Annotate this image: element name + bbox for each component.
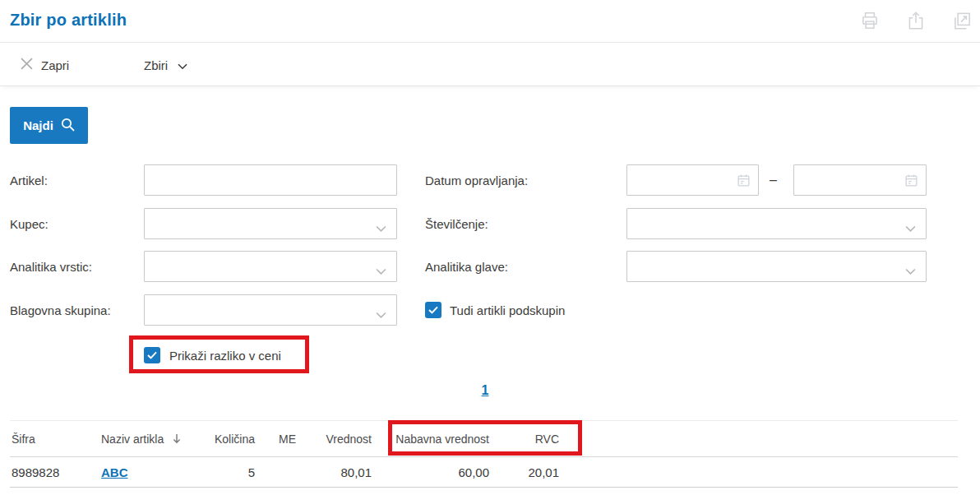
title-bar: Zbir po artiklih [0,0,980,43]
analitika-vrstic-select[interactable] [144,251,397,282]
stevilcenje-label: Številčenje: [425,217,488,231]
close-icon [21,58,33,72]
pagination-page-1[interactable]: 1 [475,383,495,398]
najdi-button[interactable]: Najdi [10,107,88,144]
kupec-label: Kupec: [10,217,49,231]
results-table: Šifra Naziv artikla Količina ME Vrednost… [10,420,958,488]
column-header-nabavna-vrednost[interactable]: Nabavna vrednost [372,433,489,446]
column-header-naziv-artikla[interactable]: Naziv artikla [101,433,196,446]
checkmark-icon [428,303,438,317]
page-title: Zbir po artiklih [10,11,127,30]
cell-rvc: 20,01 [489,465,559,479]
artikel-input[interactable] [144,164,397,196]
chevron-down-icon [376,308,386,322]
analitika-vrstic-label: Analitika vrstic: [10,260,92,274]
cell-sifra: 8989828 [10,465,101,479]
open-new-window-icon[interactable] [950,9,973,32]
artikel-label: Artikel: [10,173,48,187]
title-icons [858,9,973,32]
cell-kolicina: 5 [196,465,255,479]
sort-arrow-down-icon [173,433,181,444]
blagovna-skupina-label: Blagovna skupina: [10,303,111,317]
table-row: 8989828 ABC 5 80,01 60,00 20,01 [10,457,958,488]
close-button[interactable]: Zapri [21,44,69,86]
chevron-down-icon [178,58,187,72]
print-icon[interactable] [858,9,881,32]
search-icon [61,118,75,134]
chevron-down-icon [376,221,386,236]
datum-do-input[interactable] [793,164,927,196]
article-link[interactable]: ABC [101,465,128,479]
checkmark-icon [147,348,157,363]
tudi-artikli-podskupin-label: Tudi artikli podskupin [450,303,565,317]
table-header-row: Šifra Naziv artikla Količina ME Vrednost… [10,420,958,457]
prikazi-razliko-v-ceni-label: Prikaži razliko v ceni [169,349,281,363]
stevilcenje-select[interactable] [626,208,927,239]
analitika-glave-label: Analitika glave: [425,260,508,274]
cell-nabavna-vrednost: 60,00 [372,465,489,479]
chevron-down-icon [376,264,386,279]
chevron-down-icon [905,221,916,236]
column-header-me[interactable]: ME [255,433,296,446]
analitika-glave-select[interactable] [626,251,927,282]
blagovna-skupina-select[interactable] [144,294,397,326]
column-header-sifra[interactable]: Šifra [10,433,101,446]
column-header-rvc[interactable]: RVC [489,433,559,446]
date-range-separator: – [770,173,777,187]
datum-od-input[interactable] [626,164,759,196]
column-header-vrednost[interactable]: Vrednost [296,433,372,446]
datum-opravljanja-label: Datum opravljanja: [425,173,528,187]
zbiri-label: Zbiri [144,58,168,72]
cell-vrednost: 80,01 [296,465,372,479]
zbiri-dropdown-button[interactable]: Zbiri [144,44,187,86]
zbir-po-artiklih-page: Zbir po artiklih [0,0,980,495]
export-icon[interactable] [904,9,927,32]
tudi-artikli-podskupin-checkbox[interactable] [425,302,441,318]
toolbar: Zapri Zbiri [0,44,980,86]
close-button-label: Zapri [41,58,69,72]
prikazi-razliko-v-ceni-checkbox[interactable] [144,347,160,363]
najdi-button-label: Najdi [23,118,53,132]
calendar-icon [904,173,918,191]
column-header-kolicina[interactable]: Količina [196,433,255,446]
chevron-down-icon [905,264,916,279]
calendar-icon [737,173,751,191]
kupec-select[interactable] [144,208,397,239]
